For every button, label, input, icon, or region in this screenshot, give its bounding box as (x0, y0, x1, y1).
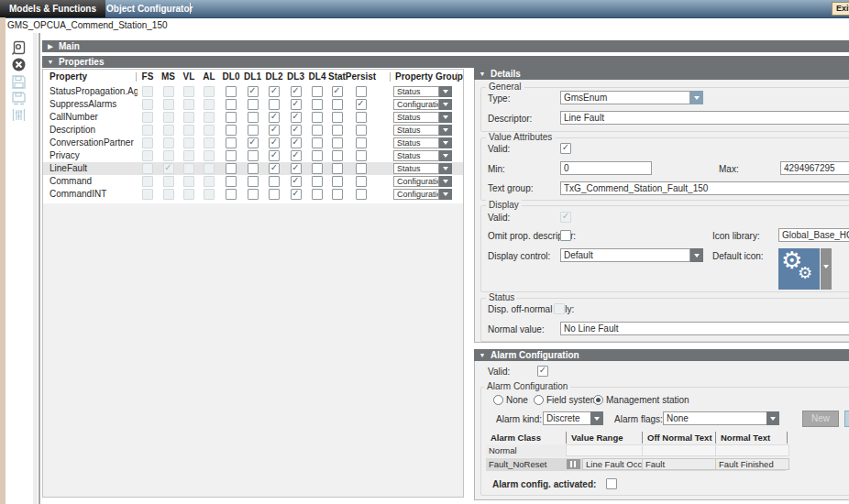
text-group-field[interactable]: TxG_Commend_Station_Fault_150 (560, 181, 849, 195)
chevron-down-icon[interactable] (439, 176, 452, 187)
checkbox-dl3[interactable] (291, 189, 302, 200)
display-control-dropdown[interactable]: Default (560, 248, 704, 262)
property-group-dropdown[interactable]: Status (393, 86, 452, 97)
type-dropdown[interactable]: GmsEnum (560, 91, 704, 104)
checkbox-dl0[interactable] (226, 189, 237, 200)
checkbox-dl3[interactable] (291, 112, 302, 123)
checkbox-persist[interactable] (356, 137, 367, 148)
checkbox-stat[interactable] (332, 125, 343, 136)
table-row[interactable]: LineFaultStatus (43, 162, 463, 175)
checkbox-dl0[interactable] (226, 163, 237, 174)
checkbox-persist[interactable] (356, 150, 367, 161)
checkbox-persist[interactable] (356, 112, 367, 123)
checkbox-dl4[interactable] (312, 125, 323, 136)
properties-section-header[interactable]: ▼Properties (42, 56, 849, 68)
default-icon-preview[interactable]: ⚙ ⚙ (778, 248, 820, 290)
omit-descriptor-checkbox[interactable] (560, 230, 571, 241)
checkbox-stat[interactable] (332, 112, 343, 123)
checkbox-dl1[interactable] (248, 99, 259, 110)
new-button[interactable]: New (802, 411, 839, 427)
checkbox-dl2[interactable] (269, 137, 280, 148)
checkbox-dl0[interactable] (226, 99, 237, 110)
chevron-down-icon[interactable] (690, 248, 703, 262)
checkbox-dl1[interactable] (248, 163, 259, 174)
checkbox-persist[interactable] (356, 176, 367, 187)
checkbox-dl1[interactable] (248, 137, 259, 148)
checkbox-dl4[interactable] (312, 176, 323, 187)
off-normal-text-cell[interactable]: Fault (642, 458, 719, 470)
alarm-flags-dropdown[interactable]: None (663, 411, 779, 425)
property-group-dropdown[interactable]: Configuration (393, 176, 452, 187)
property-group-dropdown[interactable]: Configuration (393, 189, 452, 200)
chevron-down-icon[interactable] (439, 189, 452, 200)
checkbox-stat[interactable] (332, 176, 343, 187)
property-group-dropdown[interactable]: Status (393, 150, 452, 161)
checkbox-dl1[interactable] (248, 112, 259, 123)
checkbox-dl2[interactable] (269, 150, 280, 161)
property-group-dropdown[interactable]: Status (393, 137, 452, 148)
checkbox-dl3[interactable] (291, 137, 302, 148)
chevron-down-icon[interactable] (439, 137, 452, 148)
table-row[interactable]: ConversationPartnerStatus (43, 137, 463, 149)
radio-field-system[interactable] (534, 395, 544, 405)
chevron-down-icon[interactable] (439, 112, 452, 123)
chevron-down-icon[interactable] (690, 91, 703, 104)
chevron-down-icon[interactable] (439, 150, 452, 161)
checkbox-dl2[interactable] (269, 86, 280, 97)
radio-management-station[interactable] (593, 395, 603, 405)
checkbox-dl0[interactable] (226, 86, 237, 97)
checkbox-persist[interactable] (356, 125, 367, 136)
table-row[interactable]: StatusPropagation.AggregatStatus (43, 85, 463, 98)
checkbox-dl2[interactable] (269, 163, 280, 174)
checkbox-dl3[interactable] (291, 125, 302, 136)
chevron-down-icon[interactable] (439, 163, 452, 174)
table-row[interactable]: PrivacyStatus (43, 149, 463, 162)
checkbox-dl4[interactable] (312, 137, 323, 148)
descriptor-field[interactable]: Line Fault (560, 111, 849, 125)
checkbox-dl0[interactable] (226, 137, 237, 148)
checkbox-dl1[interactable] (248, 189, 259, 200)
chevron-down-icon[interactable] (766, 411, 779, 425)
table-row[interactable]: Normal (486, 444, 786, 457)
checkbox-dl0[interactable] (226, 125, 237, 136)
checkbox-dl2[interactable] (269, 176, 280, 187)
checkbox-dl0[interactable] (226, 150, 237, 161)
alarm-configuration-section-header[interactable]: ▼Alarm Configuration (474, 349, 849, 361)
property-group-dropdown[interactable]: Status (393, 163, 452, 174)
alarm-activated-checkbox[interactable] (606, 478, 617, 489)
object-search-icon[interactable] (10, 40, 28, 56)
checkbox-dl3[interactable] (291, 99, 302, 110)
alarm-kind-dropdown[interactable]: Discrete (543, 411, 603, 425)
checkbox-dl3[interactable] (291, 176, 302, 187)
checkbox-persist[interactable] (356, 86, 367, 97)
checkbox-dl1[interactable] (248, 86, 259, 97)
table-row[interactable]: CommandConfiguration (43, 175, 463, 188)
checkbox-dl3[interactable] (291, 86, 302, 97)
checkbox-dl4[interactable] (312, 189, 323, 200)
checkbox-stat[interactable] (332, 163, 343, 174)
checkbox-dl4[interactable] (312, 86, 323, 97)
off-normal-text-cell[interactable] (642, 444, 719, 456)
clipped-button[interactable] (844, 411, 849, 427)
checkbox-dl1[interactable] (248, 150, 259, 161)
property-group-dropdown[interactable]: Configuration (393, 99, 452, 110)
checkbox-dl0[interactable] (226, 112, 237, 123)
property-group-dropdown[interactable]: Status (393, 112, 452, 123)
checkbox-dl2[interactable] (269, 189, 280, 200)
checkbox-dl2[interactable] (269, 112, 280, 123)
exit-button[interactable]: Exit (832, 2, 849, 16)
property-group-dropdown[interactable]: Status (393, 125, 452, 136)
checkbox-dl0[interactable] (226, 176, 237, 187)
checkbox-stat[interactable] (332, 99, 343, 110)
default-icon-dropdown-button[interactable] (821, 248, 832, 290)
chevron-down-icon[interactable] (439, 99, 452, 110)
chevron-down-icon[interactable] (439, 86, 452, 97)
normal-text-cell[interactable]: Fault Finished (715, 458, 789, 470)
max-field[interactable]: 4294967295 (780, 161, 849, 175)
normal-value-field[interactable]: No Line Fault (560, 322, 849, 335)
table-row[interactable]: CallNumberStatus (43, 111, 463, 124)
checkbox-persist[interactable] (356, 189, 367, 200)
checkbox-dl4[interactable] (312, 99, 323, 110)
close-icon[interactable] (10, 57, 28, 72)
checkbox-stat[interactable] (332, 137, 343, 148)
